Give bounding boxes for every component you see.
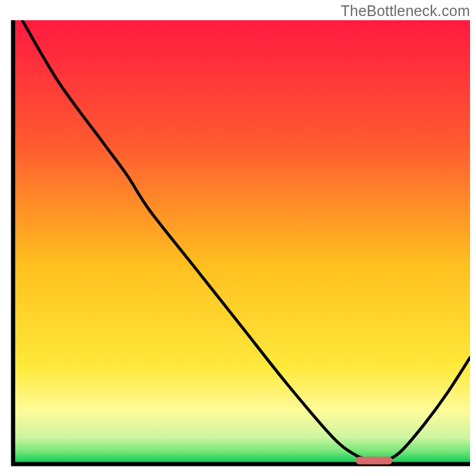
gradient-background (13, 20, 470, 464)
bottleneck-plot (0, 0, 476, 476)
watermark-label: TheBottleneck.com (341, 2, 470, 20)
optimal-range-marker (356, 457, 392, 465)
chart-frame: TheBottleneck.com (0, 0, 476, 476)
